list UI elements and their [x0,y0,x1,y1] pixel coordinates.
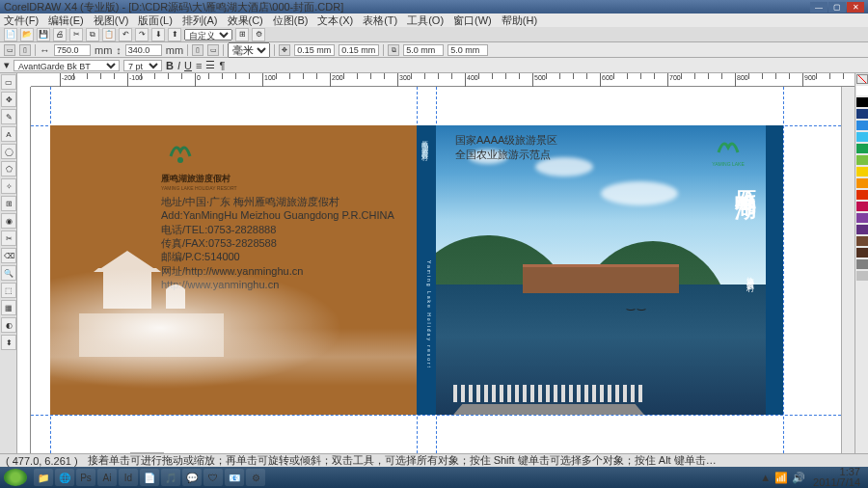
vertical-ruler[interactable] [17,87,31,453]
fontsize-select[interactable]: 7 pt [123,60,162,71]
tool-button[interactable]: ✧ [1,178,16,194]
tool-button[interactable]: ⬚ [1,283,16,298]
color-swatch[interactable] [856,271,868,281]
color-swatch[interactable] [856,236,868,246]
page-height-input[interactable] [125,44,162,56]
tool-button[interactable]: ▭ [1,74,16,90]
menu-item[interactable]: 文本(X) [317,14,353,28]
tool-button[interactable]: A [1,126,16,142]
color-swatch[interactable] [856,225,868,234]
bullets-icon[interactable]: ☰ [205,59,215,71]
redo-button[interactable]: ↷ [135,28,149,41]
menu-item[interactable]: 编辑(E) [48,14,84,28]
orient-l-icon[interactable]: ▭ [207,44,219,56]
tray-icon[interactable]: ▲ [760,472,771,483]
taskbar-pin[interactable]: Ps [76,469,95,486]
start-button[interactable] [4,469,27,486]
tool-button[interactable]: ✥ [1,92,16,107]
color-swatch[interactable] [856,178,868,188]
menu-item[interactable]: 排列(A) [182,14,218,28]
color-swatch[interactable] [856,132,868,142]
vertical-scrollbar[interactable] [841,87,854,453]
close-button[interactable]: ✕ [847,2,864,13]
bold-icon[interactable]: B [166,60,174,71]
minimize-button[interactable]: — [810,2,827,13]
taskbar-pin[interactable]: ⚙ [246,469,265,486]
tool-button[interactable]: ⬠ [1,161,16,176]
align-left-icon[interactable]: ≡ [196,60,202,71]
tool-button[interactable]: ◯ [1,144,16,159]
color-swatch[interactable] [856,259,868,269]
page-width-input[interactable] [54,44,91,56]
taskbar-pin[interactable]: 🎵 [161,469,180,486]
menu-item[interactable]: 帮助(H) [502,14,537,28]
open-button[interactable]: 📂 [20,28,34,41]
color-swatch[interactable] [856,109,868,119]
paste-button[interactable]: 📋 [102,28,116,41]
import-button[interactable]: ⬇ [151,28,165,41]
color-swatch[interactable] [856,144,868,153]
color-swatch[interactable] [856,190,868,200]
taskbar-pin[interactable]: Ai [97,469,117,486]
taskbar-pin[interactable]: 📄 [140,469,159,486]
italic-icon[interactable]: I [177,60,180,71]
options-button[interactable]: ⚙ [252,28,265,41]
copy-button[interactable]: ⧉ [86,28,99,41]
guide-line[interactable] [783,87,784,453]
menu-item[interactable]: 位图(B) [273,14,309,28]
horizontal-ruler[interactable]: -200-1000100200300400500600700800900 [31,73,854,87]
tool-button[interactable]: ⊞ [1,196,16,211]
no-fill-swatch[interactable] [856,74,868,84]
landscape-icon[interactable]: ▭ [4,44,15,56]
menu-item[interactable]: 窗口(W) [453,14,492,28]
menu-item[interactable]: 工具(O) [407,14,444,28]
tool-button[interactable]: ⬍ [1,335,16,350]
color-swatch[interactable] [856,213,868,223]
units-select[interactable]: 毫米 [228,42,270,58]
taskbar-pin[interactable]: 💬 [182,469,202,486]
export-button[interactable]: ⬆ [168,28,181,41]
menu-item[interactable]: 表格(T) [363,14,397,28]
dropcap-icon[interactable]: ¶ [219,60,225,71]
dup-y-input[interactable] [448,44,488,56]
taskbar-pin[interactable]: 🌐 [55,469,74,486]
orient-p-icon[interactable]: ▯ [192,44,203,56]
tool-button[interactable]: 🔍 [1,265,16,281]
artwork-spread[interactable]: 雁鸣湖旅游度假村 YAMING LAKE HOLIDAY RESORT 地址/中… [50,125,783,415]
volume-icon[interactable]: 🔊 [792,472,805,484]
menu-item[interactable]: 版面(L) [138,14,172,28]
taskbar-pin[interactable]: Id [119,469,138,486]
menu-item[interactable]: 文件(F) [4,14,39,28]
zoom-select[interactable]: 自定义 [184,29,232,41]
tool-button[interactable]: ⌫ [1,248,16,263]
underline-icon[interactable]: U [184,60,192,71]
menu-item[interactable]: 效果(C) [228,14,263,28]
print-button[interactable]: 🖨 [53,28,67,41]
color-swatch[interactable] [856,202,868,211]
taskbar-pin[interactable]: 🛡 [203,469,223,486]
taskbar-pin[interactable]: 📁 [34,469,53,486]
nudge-y-input[interactable] [339,44,379,56]
color-swatch[interactable] [856,167,868,176]
canvas[interactable]: 雁鸣湖旅游度假村 YAMING LAKE HOLIDAY RESORT 地址/中… [31,87,841,453]
taskbar-pin[interactable]: 📧 [225,469,244,486]
nudge-x-input[interactable] [294,44,335,56]
font-select[interactable]: AvantGarde Bk BT [14,60,120,71]
clock[interactable]: 1:37 2011/7/14 [809,467,864,488]
tool-button[interactable]: ✂ [1,230,16,246]
color-swatch[interactable] [856,97,868,107]
tool-button[interactable]: ▦ [1,300,16,315]
color-swatch[interactable] [856,121,868,130]
tool-button[interactable]: ◐ [1,317,16,333]
new-button[interactable]: 📄 [4,28,17,41]
portrait-icon[interactable]: ▯ [19,44,31,56]
network-icon[interactable]: 📶 [774,472,788,484]
color-swatch[interactable] [856,248,868,258]
snap-button[interactable]: ⊞ [235,28,249,41]
tool-button[interactable]: ◉ [1,213,16,229]
color-swatch[interactable] [856,155,868,165]
save-button[interactable]: 💾 [37,28,50,41]
menu-item[interactable]: 视图(V) [94,14,129,28]
tool-button[interactable]: ✎ [1,109,16,124]
dup-x-input[interactable] [403,44,444,56]
